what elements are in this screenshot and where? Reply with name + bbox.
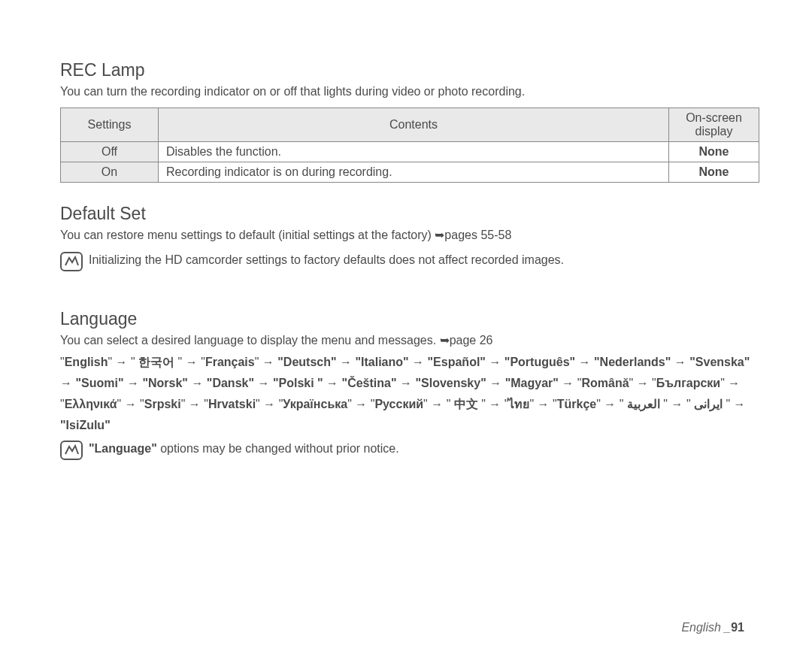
th-contents: Contents	[159, 108, 669, 142]
language-intro-text: You can select a desired language to dis…	[60, 334, 440, 347]
language-note-rest: options may be changed without prior not…	[157, 442, 399, 455]
cell-setting: On	[61, 162, 159, 183]
language-intro: You can select a desired language to dis…	[60, 332, 759, 349]
cell-display: None	[669, 162, 759, 183]
default-set-intro-text: You can restore menu settings to default…	[60, 229, 435, 241]
cell-setting: Off	[61, 142, 159, 162]
footer-page-number: 91	[731, 621, 744, 634]
language-note-bold: "Language"	[89, 442, 157, 455]
rec-lamp-table: Settings Contents On-screen display Off …	[60, 107, 759, 183]
table-row: On Recording indicator is on during reco…	[61, 162, 759, 183]
footer-lang: English _	[681, 621, 731, 634]
language-note: "Language" options may be changed withou…	[89, 441, 399, 457]
language-list: "English" → " 한국어 " → "Français" → "Deut…	[60, 352, 759, 436]
note-icon	[60, 252, 83, 271]
default-set-heading: Default Set	[60, 204, 759, 224]
language-heading: Language	[60, 309, 759, 329]
default-set-intro: You can restore menu settings to default…	[60, 227, 759, 244]
page-ref: ➥pages 55-58	[435, 229, 511, 241]
th-settings: Settings	[61, 108, 159, 142]
cell-content: Disables the function.	[159, 142, 669, 162]
rec-lamp-intro: You can turn the recording indicator on …	[60, 83, 759, 100]
default-set-note: Initializing the HD camcorder settings t…	[89, 252, 564, 268]
cell-display: None	[669, 142, 759, 162]
rec-lamp-heading: REC Lamp	[60, 60, 759, 80]
table-row: Off Disables the function. None	[61, 142, 759, 162]
page-footer: English _91	[0, 621, 812, 634]
th-display: On-screen display	[669, 108, 759, 142]
page-ref: ➥page 26	[440, 334, 493, 347]
note-icon	[60, 441, 83, 460]
cell-content: Recording indicator is on during recordi…	[159, 162, 669, 183]
